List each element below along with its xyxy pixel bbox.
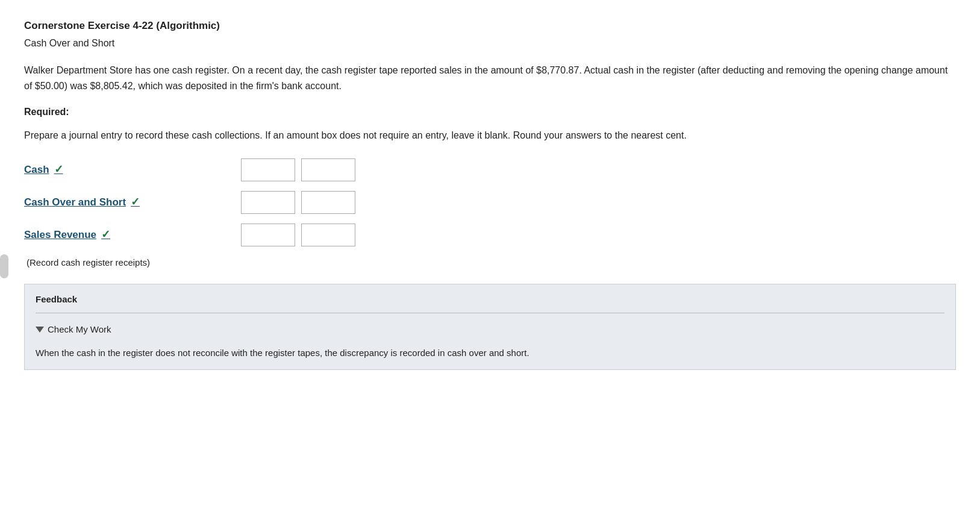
journal-row-sales-revenue: Sales Revenue ✓	[24, 224, 956, 246]
journal-row-cash: Cash ✓	[24, 158, 956, 181]
account-name-sales-revenue: Sales Revenue	[24, 227, 96, 243]
account-label-cash-over-short[interactable]: Cash Over and Short ✓	[24, 194, 229, 210]
cash-debit-input[interactable]	[241, 158, 295, 181]
required-label: Required:	[24, 105, 956, 119]
feedback-section: Feedback Check My Work When the cash in …	[24, 284, 956, 370]
sales-revenue-inputs	[241, 224, 355, 246]
journal-table: Cash ✓ Cash Over and Short ✓ Sales Reven…	[24, 158, 956, 246]
cash-inputs	[241, 158, 355, 181]
scrollbar[interactable]	[0, 254, 8, 278]
check-icon-cash: ✓	[54, 161, 63, 178]
cash-credit-input[interactable]	[301, 158, 355, 181]
triangle-icon	[36, 327, 44, 333]
feedback-title: Feedback	[36, 293, 944, 313]
cash-over-short-debit-input[interactable]	[241, 191, 295, 214]
account-label-sales-revenue[interactable]: Sales Revenue ✓	[24, 227, 229, 243]
exercise-subtitle: Cash Over and Short	[24, 36, 956, 51]
problem-text: Walker Department Store has one cash reg…	[24, 63, 956, 95]
instructions: Prepare a journal entry to record these …	[24, 128, 956, 143]
cash-over-short-inputs	[241, 191, 355, 214]
sales-revenue-credit-input[interactable]	[301, 224, 355, 246]
journal-row-cash-over-short: Cash Over and Short ✓	[24, 191, 956, 214]
sales-revenue-debit-input[interactable]	[241, 224, 295, 246]
cash-over-short-credit-input[interactable]	[301, 191, 355, 214]
feedback-body: When the cash in the register does not r…	[36, 342, 944, 369]
account-label-cash[interactable]: Cash ✓	[24, 161, 229, 178]
account-name-cash: Cash	[24, 162, 49, 178]
check-icon-sales-revenue: ✓	[101, 227, 110, 243]
record-note: (Record cash register receipts)	[27, 256, 956, 270]
check-my-work-label: Check My Work	[48, 323, 111, 337]
exercise-title: Cornerstone Exercise 4-22 (Algorithmic)	[24, 18, 956, 34]
account-name-cash-over-short: Cash Over and Short	[24, 195, 126, 210]
check-my-work-row[interactable]: Check My Work	[36, 319, 944, 337]
check-icon-cash-over-short: ✓	[131, 194, 140, 210]
